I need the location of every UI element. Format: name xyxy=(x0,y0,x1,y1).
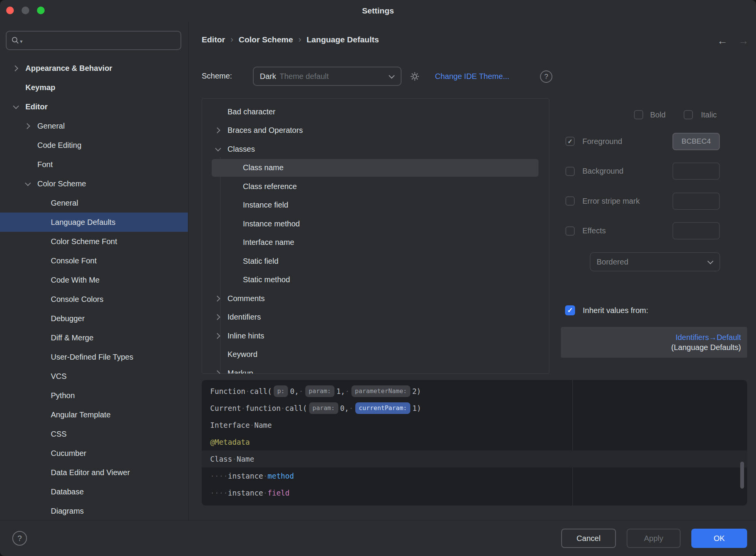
effects-checkbox[interactable] xyxy=(565,226,575,236)
chevron-right-icon[interactable] xyxy=(212,367,224,374)
editor-preview-panel[interactable]: Function·call(p:0,·param:1,·parameterNam… xyxy=(202,380,747,506)
zoom-window-button[interactable] xyxy=(37,7,45,14)
effects-value-field[interactable] xyxy=(672,222,720,239)
settings-search-field[interactable]: ▾ xyxy=(6,31,181,50)
tree-item-instance-method[interactable]: Instance method xyxy=(202,214,549,233)
back-arrow-icon[interactable]: ← xyxy=(717,35,728,47)
sidebar-item-database[interactable]: Database xyxy=(0,482,188,501)
sidebar-item-general[interactable]: General xyxy=(0,193,188,213)
sidebar-item-font[interactable]: Font xyxy=(0,155,188,174)
chevron-spacer xyxy=(227,218,239,229)
sidebar-item-css[interactable]: CSS xyxy=(0,424,188,444)
inherit-values-label: Inherit values from: xyxy=(583,306,648,315)
code-token-text: 0, xyxy=(290,387,299,395)
tree-item-classes[interactable]: Classes xyxy=(202,140,549,159)
chevron-spacer xyxy=(227,199,239,211)
cancel-button[interactable]: Cancel xyxy=(561,529,616,548)
chevron-right-icon[interactable] xyxy=(212,311,224,323)
chevron-right-icon[interactable] xyxy=(212,125,224,136)
error-stripe-mark-checkbox[interactable] xyxy=(565,196,575,206)
tree-item-static-field[interactable]: Static field xyxy=(202,252,549,271)
inherit-source-link[interactable]: Identifiers→Default xyxy=(676,333,741,342)
sidebar-item-appearance-behavior[interactable]: Appearance & Behavior xyxy=(0,59,188,78)
chevron-spacer xyxy=(35,467,47,478)
sidebar-item-angular-template[interactable]: Angular Template xyxy=(0,405,188,424)
chevron-right-icon[interactable] xyxy=(22,120,33,132)
help-button[interactable]: ? xyxy=(12,531,27,546)
history-navigation: ← → xyxy=(717,35,749,47)
editor-scrollbar-thumb[interactable] xyxy=(740,462,744,489)
tree-item-class-name[interactable]: Class name xyxy=(202,159,549,178)
italic-checkbox[interactable] xyxy=(684,110,693,119)
tree-item-markup[interactable]: Markup xyxy=(202,364,549,374)
whitespace-dot-icon: · xyxy=(246,387,250,395)
sidebar-item-label: General xyxy=(51,199,78,208)
tree-item-keyword[interactable]: Keyword xyxy=(202,345,549,364)
error-stripe-mark-value-field[interactable] xyxy=(672,193,720,210)
sidebar-item-label: Data Editor and Viewer xyxy=(51,468,130,477)
sidebar-item-diagrams[interactable]: Diagrams xyxy=(0,501,188,521)
sidebar-item-editor[interactable]: Editor xyxy=(0,97,188,116)
code-token-text: Interface xyxy=(210,421,250,429)
sidebar-item-keymap[interactable]: Keymap xyxy=(0,78,188,97)
foreground-value-field[interactable]: BCBEC4 xyxy=(672,133,720,150)
chevron-down-icon[interactable] xyxy=(212,143,224,155)
tree-item-class-reference[interactable]: Class reference xyxy=(202,177,549,196)
editor-line-4: @Metadata xyxy=(202,434,747,450)
chevron-down-icon[interactable] xyxy=(22,178,33,189)
scheme-dropdown[interactable]: Dark Theme default xyxy=(253,67,401,86)
sidebar-item-user-defined-file-types[interactable]: User-Defined File Types xyxy=(0,347,188,367)
code-token-text: 1, xyxy=(336,387,345,395)
sidebar-item-language-defaults[interactable]: Language Defaults xyxy=(0,213,188,232)
sidebar-item-code-with-me[interactable]: Code With Me xyxy=(0,270,188,290)
sidebar-item-console-font[interactable]: Console Font xyxy=(0,251,188,270)
scheme-actions-gear-icon[interactable] xyxy=(410,71,420,83)
sidebar-item-python[interactable]: Python xyxy=(0,386,188,405)
tree-item-instance-field[interactable]: Instance field xyxy=(202,196,549,215)
sidebar-item-debugger[interactable]: Debugger xyxy=(0,309,188,328)
ok-button[interactable]: OK xyxy=(691,529,747,548)
sidebar-item-general[interactable]: General xyxy=(0,116,188,136)
search-input[interactable] xyxy=(26,36,176,45)
background-checkbox[interactable] xyxy=(565,167,575,176)
chevron-down-icon[interactable] xyxy=(10,101,22,112)
chevron-spacer xyxy=(35,332,47,343)
chevron-right-icon[interactable] xyxy=(10,62,22,74)
tree-item-bad-character[interactable]: Bad character xyxy=(202,102,549,121)
titlebar[interactable]: Settings xyxy=(0,0,756,21)
breadcrumb-color-scheme[interactable]: Color Scheme xyxy=(239,35,293,44)
tree-item-inline-hints[interactable]: Inline hints xyxy=(202,327,549,345)
tree-item-interface-name[interactable]: Interface name xyxy=(202,233,549,252)
sidebar-item-diff-merge[interactable]: Diff & Merge xyxy=(0,328,188,347)
code-token-text: Name xyxy=(254,421,272,429)
chevron-down-icon xyxy=(388,73,395,79)
search-history-caret-icon[interactable]: ▾ xyxy=(20,39,23,44)
sidebar-item-cucumber[interactable]: Cucumber xyxy=(0,444,188,463)
background-value-field[interactable] xyxy=(672,162,720,180)
sidebar-item-code-editing[interactable]: Code Editing xyxy=(0,136,188,155)
bold-checkbox[interactable] xyxy=(634,110,643,119)
sidebar-item-data-editor-and-viewer[interactable]: Data Editor and Viewer xyxy=(0,463,188,482)
close-window-button[interactable] xyxy=(6,7,14,14)
chevron-spacer xyxy=(35,293,47,305)
sidebar-item-console-colors[interactable]: Console Colors xyxy=(0,290,188,309)
scheme-help-icon[interactable]: ? xyxy=(540,70,552,83)
chevron-right-icon[interactable] xyxy=(212,293,224,304)
effect-type-dropdown[interactable]: Bordered xyxy=(590,252,720,271)
breadcrumb-editor[interactable]: Editor xyxy=(202,35,225,44)
sidebar-item-color-scheme[interactable]: Color Scheme xyxy=(0,174,188,193)
tree-item-comments[interactable]: Comments xyxy=(202,289,549,308)
foreground-checkbox[interactable]: ✓ xyxy=(565,137,575,146)
sidebar-item-color-scheme-font[interactable]: Color Scheme Font xyxy=(0,232,188,251)
inherit-source-box: Identifiers→Default (Language Defaults) xyxy=(561,327,747,358)
change-ide-theme-link[interactable]: Change IDE Theme... xyxy=(435,72,509,81)
chevron-right-icon[interactable] xyxy=(212,330,224,342)
tree-item-braces-and-operators[interactable]: Braces and Operators xyxy=(202,121,549,140)
tree-item-identifiers[interactable]: Identifiers xyxy=(202,308,549,327)
whitespace-dot-icon: · xyxy=(224,472,228,480)
apply-button[interactable]: Apply xyxy=(627,529,681,548)
element-tree-panel: Bad characterBraces and OperatorsClasses… xyxy=(202,98,549,374)
sidebar-item-vcs[interactable]: VCS xyxy=(0,367,188,386)
tree-item-static-method[interactable]: Static method xyxy=(202,271,549,290)
inherit-values-checkbox[interactable]: ✓ xyxy=(565,305,575,315)
